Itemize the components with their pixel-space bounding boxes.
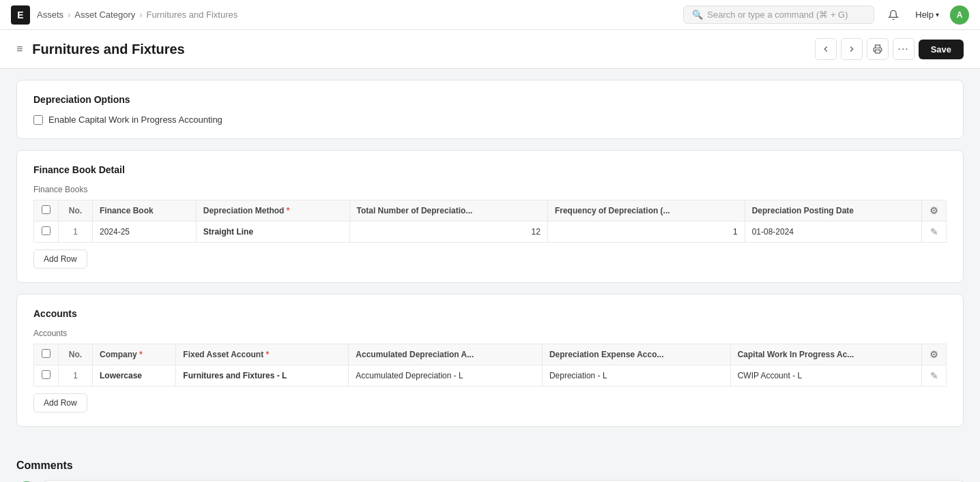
finance-books-table: No. Finance Book Depreciation Method * T…: [33, 200, 947, 243]
select-all-accounts-checkbox[interactable]: [42, 349, 51, 358]
page-content: Depreciation Options Enable Capital Work…: [0, 69, 980, 449]
th-frequency: Frequency of Depreciation (...: [547, 200, 745, 222]
breadcrumb-sep-1: ›: [68, 10, 70, 20]
th-accounts-settings: ⚙: [922, 344, 947, 365]
th-accounts-select-all: [34, 344, 59, 365]
accounts-row-checkbox[interactable]: [42, 370, 51, 379]
accounts-card: Accounts Accounts No. Company * Fixed As…: [16, 294, 964, 427]
finance-book-row: 1 2024-25 Straight Line 12 1 01-08-2024 …: [34, 222, 947, 243]
th-total-number: Total Number of Depreciatio...: [349, 200, 547, 222]
notifications-bell[interactable]: [882, 4, 904, 26]
menu-icon[interactable]: ≡: [16, 43, 23, 55]
finance-row-edit-cell: ✎: [922, 222, 947, 243]
th-fixed-asset: Fixed Asset Account *: [176, 344, 349, 365]
comments-title: Comments: [16, 460, 964, 472]
finance-row-no: 1: [59, 222, 93, 243]
accounts-row-cwip: CWIP Account - L: [730, 365, 921, 387]
help-menu[interactable]: Help ▾: [910, 7, 945, 22]
svg-rect-0: [875, 50, 880, 53]
save-button[interactable]: Save: [919, 40, 964, 59]
accounts-section-title: Accounts: [33, 308, 947, 319]
breadcrumb-current: Furnitures and Fixtures: [147, 10, 238, 20]
select-all-finance-checkbox[interactable]: [42, 205, 51, 214]
th-finance-settings: ⚙: [922, 200, 947, 222]
finance-row-checkbox[interactable]: [42, 226, 51, 235]
cwip-checkbox-row: Enable Capital Work in Progress Accounti…: [33, 115, 947, 125]
accounts-row-checkbox-cell: [34, 365, 59, 387]
more-options-button[interactable]: ···: [893, 38, 914, 60]
accounts-row: 1 Lowercase Furnitures and Fixtures - L …: [34, 365, 947, 387]
breadcrumb-asset-category[interactable]: Asset Category: [74, 10, 135, 20]
accounts-row-edit-icon[interactable]: ✎: [930, 370, 938, 381]
user-avatar[interactable]: A: [950, 5, 969, 25]
th-company: Company *: [93, 344, 176, 365]
breadcrumb-sep-2: ›: [139, 10, 142, 20]
finance-book-detail-card: Finance Book Detail Finance Books No. Fi…: [16, 150, 964, 283]
th-posting-date: Depreciation Posting Date: [745, 200, 921, 222]
th-select-all: [34, 200, 59, 222]
topbar: E Assets › Asset Category › Furnitures a…: [0, 0, 980, 30]
accounts-row-no: 1: [59, 365, 93, 387]
th-dep-expense: Depreciation Expense Acco...: [542, 344, 730, 365]
topbar-actions: Help ▾ A: [882, 4, 969, 26]
page-title: Furnitures and Fixtures: [32, 42, 807, 57]
finance-row-date: 01-08-2024: [745, 222, 921, 243]
finance-row-total: 12: [349, 222, 547, 243]
page-header-actions: ··· Save: [815, 38, 964, 60]
chevron-down-icon: ▾: [936, 11, 939, 18]
accounts-row-company: Lowercase: [93, 365, 176, 387]
finance-table-settings-icon[interactable]: ⚙: [929, 205, 938, 216]
accounts-label: Accounts: [33, 329, 947, 338]
search-icon: 🔍: [692, 10, 703, 20]
prev-button[interactable]: [815, 38, 837, 60]
accounts-row-edit-cell: ✎: [922, 365, 947, 387]
cwip-checkbox-label[interactable]: Enable Capital Work in Progress Accounti…: [48, 115, 222, 125]
th-depreciation-method: Depreciation Method *: [196, 200, 349, 222]
depreciation-options-card: Depreciation Options Enable Capital Work…: [16, 80, 964, 139]
accounts-row-accumulated-dep: Accumulated Depreciation - L: [349, 365, 543, 387]
accounts-row-dep-expense: Depreciation - L: [542, 365, 730, 387]
finance-row-frequency: 1: [547, 222, 745, 243]
finance-row-method: Straight Line: [196, 222, 349, 243]
comments-section: Comments A: [0, 449, 980, 482]
accounts-row-fixed-asset: Furnitures and Fixtures - L: [176, 365, 349, 387]
th-accumulated-dep: Accumulated Depreciation A...: [349, 344, 543, 365]
page-header: ≡ Furnitures and Fixtures ··· Save: [0, 30, 980, 69]
cwip-checkbox[interactable]: [33, 115, 43, 125]
finance-book-section-title: Finance Book Detail: [33, 164, 947, 175]
th-finance-no: No.: [59, 200, 93, 222]
finance-add-row-button[interactable]: Add Row: [33, 250, 87, 269]
finance-row-book: 2024-25: [93, 222, 197, 243]
search-bar[interactable]: 🔍: [683, 5, 874, 24]
th-finance-book: Finance Book: [93, 200, 197, 222]
app-logo[interactable]: E: [11, 5, 30, 25]
breadcrumb: Assets › Asset Category › Furnitures and…: [37, 10, 237, 20]
finance-row-edit-icon[interactable]: ✎: [930, 226, 938, 237]
accounts-table: No. Company * Fixed Asset Account * Accu…: [33, 344, 947, 387]
accounts-table-settings-icon[interactable]: ⚙: [929, 349, 938, 360]
print-button[interactable]: [867, 38, 889, 60]
th-cwip: Capital Work In Progress Ac...: [730, 344, 921, 365]
help-label: Help: [915, 10, 934, 20]
depreciation-options-title: Depreciation Options: [33, 94, 947, 105]
th-accounts-no: No.: [59, 344, 93, 365]
finance-books-label: Finance Books: [33, 185, 947, 194]
finance-row-checkbox-cell: [34, 222, 59, 243]
search-input[interactable]: [707, 10, 865, 20]
next-button[interactable]: [841, 38, 863, 60]
accounts-add-row-button[interactable]: Add Row: [33, 393, 87, 412]
breadcrumb-assets[interactable]: Assets: [37, 10, 63, 20]
